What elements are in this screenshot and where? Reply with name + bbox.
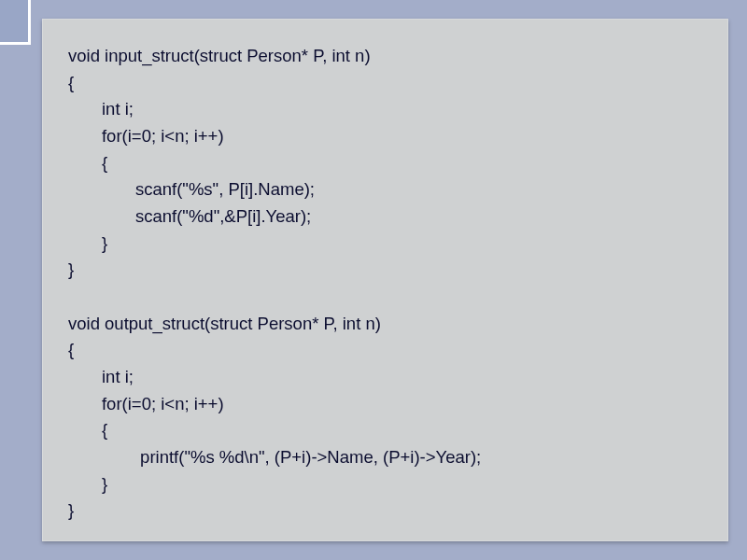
code-text: void input_struct(struct Person* P, int … (42, 19, 728, 543)
slide: void input_struct(struct Person* P, int … (0, 0, 747, 560)
code-block: void input_struct(struct Person* P, int … (42, 19, 728, 541)
slide-accent-bar (0, 0, 31, 45)
